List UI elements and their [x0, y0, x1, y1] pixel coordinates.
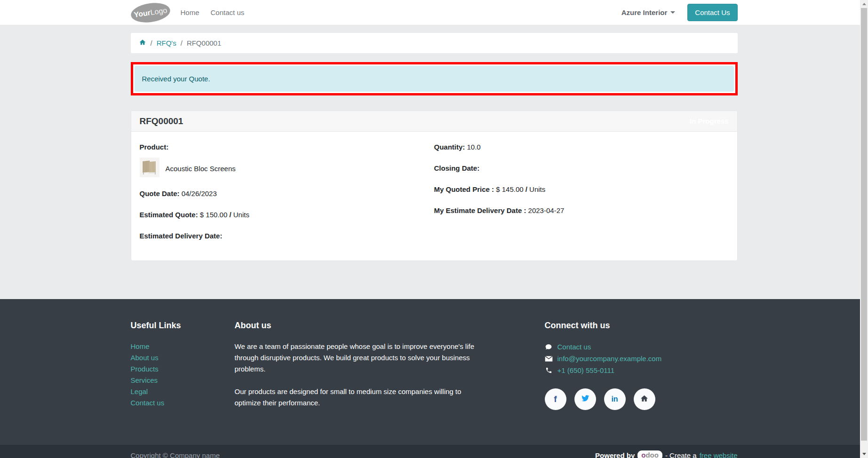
rfq-right-column: Quantity: 10.0 Closing Date: My Quoted P…: [434, 143, 729, 253]
user-account-dropdown[interactable]: Azure Interior: [621, 8, 676, 16]
scroll-up-icon: [862, 3, 866, 5]
product-row: Acoustic Bloc Screens: [140, 158, 434, 179]
envelope-icon: [545, 355, 553, 362]
connect-contact-us-link[interactable]: Contact us: [557, 341, 591, 353]
info-alert: Received your Quote.: [135, 66, 734, 92]
footer-connect: Connect with us Contact us info@yourcomp…: [545, 321, 738, 410]
breadcrumb-separator: /: [176, 39, 187, 47]
highlight-annotation-box: Received your Quote.: [131, 62, 738, 95]
contact-us-button[interactable]: Contact Us: [687, 4, 737, 21]
scroll-down-button[interactable]: [860, 450, 868, 458]
connect-phone-link[interactable]: +1 (650) 555-0111: [557, 364, 615, 376]
vertical-scrollbar[interactable]: [860, 0, 868, 458]
footer-useful-links: Useful Links Home About us Products Serv…: [131, 321, 235, 410]
create-a-text: - Create a: [665, 451, 697, 458]
linkedin-icon: in: [611, 395, 618, 403]
home-icon: [640, 394, 649, 405]
estimated-delivery-date-label: Estimated Delivery Date:: [140, 232, 223, 240]
product-thumbnail: [140, 158, 159, 179]
my-quoted-price-label: My Quoted Price :: [434, 185, 494, 193]
breadcrumb-current: RFQ00001: [187, 39, 221, 47]
powered-by-text: Powered by: [595, 451, 635, 458]
logo-text-bold: Your: [133, 8, 151, 19]
scroll-down-icon: [862, 453, 866, 455]
breadcrumb: / RFQ's / RFQ00001: [131, 33, 738, 53]
company-logo[interactable]: YourLogo: [129, 0, 171, 24]
product-name: Acoustic Bloc Screens: [166, 165, 236, 173]
estimated-quote-unit: Units: [233, 211, 249, 219]
comment-icon: [545, 343, 553, 351]
my-quoted-price-value: $ 145.00: [496, 185, 523, 193]
estimated-quote-label: Estimated Quote:: [140, 211, 198, 219]
status-badge: In Progress: [690, 117, 729, 125]
twitter-icon: [581, 394, 590, 405]
connect-title: Connect with us: [545, 321, 738, 331]
quantity-value: 10.0: [467, 143, 481, 151]
about-us-paragraph-1: We are a team of passionate people whose…: [235, 341, 482, 375]
closing-date-label: Closing Date:: [434, 164, 480, 172]
website-home-button[interactable]: [634, 388, 655, 410]
my-estimate-delivery-date-value: 2023-04-27: [528, 206, 565, 214]
footer-link-about-us[interactable]: About us: [131, 352, 235, 363]
my-estimate-delivery-date-label: My Estimate Delivery Date :: [434, 206, 526, 214]
facebook-icon: f: [554, 394, 557, 404]
twitter-button[interactable]: [574, 388, 596, 410]
nav-home[interactable]: Home: [181, 8, 199, 16]
connect-email-link[interactable]: info@yourcompany.example.com: [557, 353, 662, 364]
rfq-detail-card: RFQ00001 In Progress Product:: [131, 111, 738, 261]
odoo-logo[interactable]: odoo: [637, 450, 662, 458]
breadcrumb-home-link[interactable]: [139, 39, 146, 47]
rfq-left-column: Product:: [140, 143, 434, 253]
home-icon: [139, 39, 146, 47]
about-us-title: About us: [235, 321, 545, 331]
product-label: Product:: [140, 143, 169, 151]
footer-link-products[interactable]: Products: [131, 363, 235, 375]
breadcrumb-separator: /: [146, 39, 157, 47]
footer-about-us: About us We are a team of passionate peo…: [235, 321, 545, 410]
linkedin-button[interactable]: in: [604, 388, 626, 410]
useful-links-title: Useful Links: [131, 321, 235, 331]
portal-main: / RFQ's / RFQ00001 Received your Quote. …: [0, 33, 868, 299]
estimated-quote-value: $ 150.00: [200, 211, 227, 219]
footer-link-services[interactable]: Services: [131, 375, 235, 386]
footer-link-home[interactable]: Home: [131, 341, 235, 352]
phone-icon: [545, 367, 553, 374]
chevron-down-icon: [670, 11, 675, 14]
copyright-text: Copyright © Company name: [131, 451, 220, 458]
scrollbar-thumb[interactable]: [861, 8, 867, 441]
quote-date-label: Quote Date:: [140, 190, 180, 197]
footer: Useful Links Home About us Products Serv…: [0, 299, 868, 445]
quantity-label: Quantity:: [434, 143, 465, 151]
user-account-label: Azure Interior: [621, 8, 668, 16]
rfq-card-header: RFQ00001 In Progress: [131, 111, 737, 132]
scroll-up-button[interactable]: [860, 0, 868, 8]
footer-link-contact-us[interactable]: Contact us: [131, 397, 235, 409]
my-quoted-price-unit: Units: [529, 185, 545, 193]
quote-date-value: 04/26/2023: [182, 190, 217, 197]
about-us-paragraph-2: Our products are designed for small to m…: [235, 386, 482, 409]
nav-contact-us[interactable]: Contact us: [211, 8, 245, 16]
breadcrumb-rfqs-link[interactable]: RFQ's: [157, 39, 176, 47]
free-website-link[interactable]: free website: [700, 451, 738, 458]
logo-text-light: Logo: [150, 6, 167, 17]
footer-link-legal[interactable]: Legal: [131, 386, 235, 397]
powered-by: Powered by odoo - Create a free website: [595, 450, 737, 458]
rfq-title: RFQ00001: [140, 116, 183, 126]
facebook-button[interactable]: f: [545, 388, 566, 410]
main-nav: Home Contact us: [181, 8, 245, 16]
copyright-bar: Copyright © Company name Powered by odoo…: [0, 445, 868, 458]
top-navbar: YourLogo Home Contact us Azure Interior …: [0, 0, 868, 25]
